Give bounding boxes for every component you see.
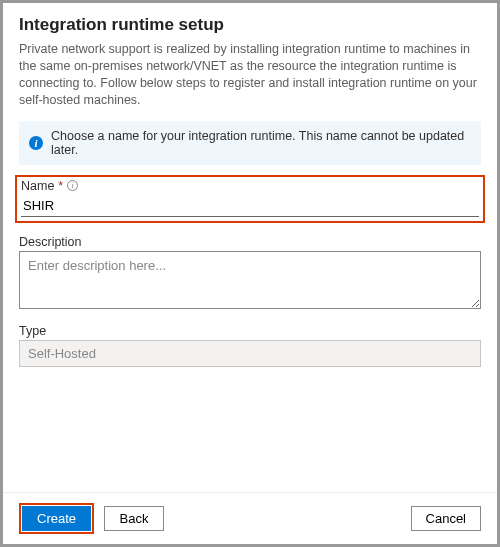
create-button-highlight: Create — [19, 503, 94, 534]
info-banner: i Choose a name for your integration run… — [19, 121, 481, 165]
name-input[interactable] — [21, 195, 479, 217]
info-icon: i — [29, 136, 43, 150]
description-input[interactable] — [19, 251, 481, 309]
name-label: Name * i — [21, 179, 479, 193]
type-label: Type — [19, 324, 481, 338]
back-button[interactable]: Back — [104, 506, 164, 531]
page-title: Integration runtime setup — [19, 15, 481, 35]
info-banner-text: Choose a name for your integration runti… — [51, 129, 471, 157]
setup-panel: Integration runtime setup Private networ… — [3, 3, 497, 492]
hint-icon[interactable]: i — [67, 180, 78, 191]
type-input — [19, 340, 481, 367]
create-button[interactable]: Create — [22, 506, 91, 531]
name-label-text: Name — [21, 179, 54, 193]
type-field-group: Type — [19, 324, 481, 367]
cancel-button[interactable]: Cancel — [411, 506, 481, 531]
description-field-group: Description — [19, 235, 481, 312]
required-marker: * — [58, 179, 63, 193]
description-label: Description — [19, 235, 481, 249]
footer: Create Back Cancel — [3, 492, 497, 544]
intro-text: Private network support is realized by i… — [19, 41, 481, 109]
name-field-group: Name * i — [15, 175, 485, 223]
